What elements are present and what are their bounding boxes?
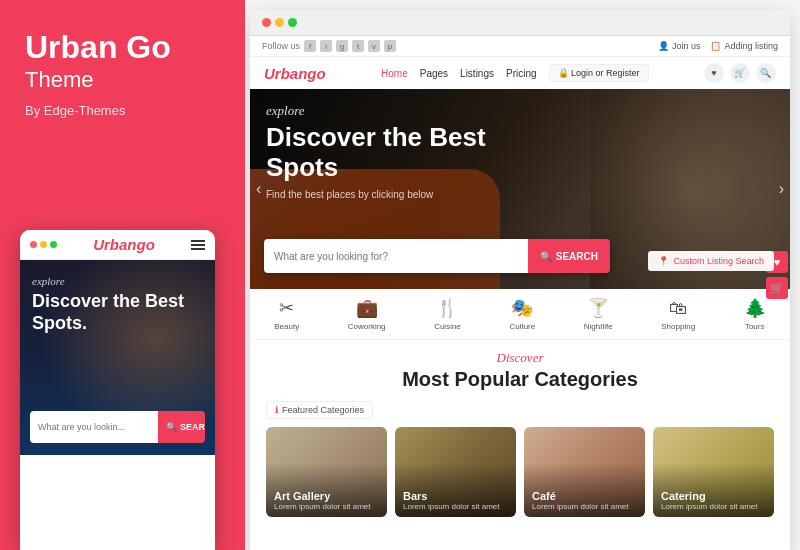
nav-link-listings[interactable]: Listings bbox=[460, 68, 494, 79]
browser-content: Follow us f i g t v p 👤 Join us 📋 Addin bbox=[250, 36, 790, 550]
hero-search-input[interactable] bbox=[264, 239, 528, 273]
adding-listing[interactable]: 📋 Adding listing bbox=[710, 41, 778, 51]
follow-us: Follow us f i g t v p bbox=[262, 40, 396, 52]
login-label: Login or Register bbox=[571, 68, 640, 78]
mobile-dot-red bbox=[30, 241, 37, 248]
instagram-icon[interactable]: i bbox=[320, 40, 332, 52]
bars-info: Bars Lorem ipsum dolor sit amet bbox=[403, 490, 508, 511]
hero-search-button[interactable]: 🔍 SEARCH bbox=[528, 239, 610, 273]
coworking-label: Coworking bbox=[348, 322, 386, 331]
category-shopping[interactable]: 🛍 Shopping bbox=[661, 298, 695, 331]
cart-icon-btn[interactable]: 🛒 bbox=[730, 63, 750, 83]
category-card-catering[interactable]: Catering Lorem ipsum dolor sit amet bbox=[653, 427, 774, 517]
culture-icon: 🎭 bbox=[511, 297, 533, 319]
hero-search-bar: 🔍 SEARCH bbox=[264, 239, 610, 273]
categories-grid: Art Gallery Lorem ipsum dolor sit amet B… bbox=[266, 427, 774, 517]
mobile-search-icon: 🔍 bbox=[166, 422, 177, 432]
search-nav-icon-btn[interactable]: 🔍 bbox=[756, 63, 776, 83]
category-nightlife[interactable]: 🍸 Nightlife bbox=[584, 297, 613, 331]
nav-link-pages[interactable]: Pages bbox=[420, 68, 448, 79]
twitter-icon[interactable]: t bbox=[352, 40, 364, 52]
art-gallery-name: Art Gallery bbox=[274, 490, 379, 502]
mobile-mockup: Urbango explore Discover the Best Spots.… bbox=[20, 230, 215, 550]
section-header-row: ℹ Featured Categories bbox=[266, 401, 774, 419]
vimeo-icon[interactable]: v bbox=[368, 40, 380, 52]
hero-section: explore Discover the Best Spots Find the… bbox=[250, 89, 790, 289]
cafe-info: Café Lorem ipsum dolor sit amet bbox=[532, 490, 637, 511]
heart-icon-btn[interactable]: ♥ bbox=[704, 63, 724, 83]
mobile-explore-script: explore bbox=[32, 275, 203, 287]
category-card-cafe[interactable]: Café Lorem ipsum dolor sit amet bbox=[524, 427, 645, 517]
browser-window: Follow us f i g t v p 👤 Join us 📋 Addin bbox=[250, 10, 790, 550]
brand-subtitle: Theme bbox=[25, 67, 220, 93]
mobile-dot-yellow bbox=[40, 241, 47, 248]
custom-listing-button[interactable]: 📍 Custom Listing Search bbox=[648, 251, 774, 271]
culture-label: Culture bbox=[509, 322, 535, 331]
category-card-bars[interactable]: Bars Lorem ipsum dolor sit amet bbox=[395, 427, 516, 517]
header-right: 👤 Join us 📋 Adding listing bbox=[658, 41, 778, 51]
site-header: Follow us f i g t v p 👤 Join us 📋 Addin bbox=[250, 36, 790, 57]
cafe-name: Café bbox=[532, 490, 637, 502]
hero-subtitle: Find the best places by clicking below bbox=[266, 189, 774, 200]
by-text: By Edge-Themes bbox=[25, 103, 220, 118]
mobile-hero-title: Discover the Best Spots. bbox=[32, 291, 203, 334]
category-beauty[interactable]: ✂ Beauty bbox=[274, 297, 299, 331]
join-us-label: Join us bbox=[672, 41, 701, 51]
join-us[interactable]: 👤 Join us bbox=[658, 41, 701, 51]
pinterest-icon[interactable]: p bbox=[384, 40, 396, 52]
nightlife-icon: 🍸 bbox=[587, 297, 609, 319]
cuisine-label: Cuisine bbox=[434, 322, 461, 331]
hero-next-arrow[interactable]: › bbox=[779, 180, 784, 198]
browser-dot-red bbox=[262, 18, 271, 27]
art-gallery-desc: Lorem ipsum dolor sit amet bbox=[274, 502, 379, 511]
nav-links: Home Pages Listings Pricing 🔒 Login or R… bbox=[381, 64, 649, 82]
mobile-search-label: SEARCH bbox=[180, 422, 205, 432]
browser-dot-yellow bbox=[275, 18, 284, 27]
mobile-search-input[interactable] bbox=[30, 411, 158, 443]
mobile-search-bar: 🔍 SEARCH bbox=[30, 411, 205, 443]
coworking-icon: 💼 bbox=[356, 297, 378, 319]
featured-badge[interactable]: ℹ Featured Categories bbox=[266, 401, 373, 419]
hero-search-icon: 🔍 bbox=[540, 251, 552, 262]
tours-label: Tours bbox=[745, 322, 765, 331]
login-button[interactable]: 🔒 Login or Register bbox=[549, 64, 649, 82]
catering-info: Catering Lorem ipsum dolor sit amet bbox=[661, 490, 766, 511]
featured-label: Featured Categories bbox=[282, 405, 364, 415]
mobile-search-button[interactable]: 🔍 SEARCH bbox=[158, 411, 205, 443]
google-plus-icon[interactable]: g bbox=[336, 40, 348, 52]
mobile-top-bar: Urbango bbox=[20, 230, 215, 260]
mobile-hamburger[interactable] bbox=[191, 240, 205, 250]
category-culture[interactable]: 🎭 Culture bbox=[509, 297, 535, 331]
lock-icon: 🔒 bbox=[558, 68, 569, 78]
category-coworking[interactable]: 💼 Coworking bbox=[348, 297, 386, 331]
nav-link-pricing[interactable]: Pricing bbox=[506, 68, 537, 79]
hero-prev-arrow[interactable]: ‹ bbox=[256, 180, 261, 198]
bars-name: Bars bbox=[403, 490, 508, 502]
sidebar-red-btn-2[interactable]: 🛒 bbox=[766, 277, 788, 299]
beauty-icon: ✂ bbox=[279, 297, 294, 319]
nav-link-home[interactable]: Home bbox=[381, 68, 408, 79]
hero-explore-script: explore bbox=[266, 103, 774, 119]
hero-title: Discover the Best Spots bbox=[266, 123, 546, 183]
nav-bar: Urbango Home Pages Listings Pricing 🔒 Lo… bbox=[250, 57, 790, 89]
category-card-art-gallery[interactable]: Art Gallery Lorem ipsum dolor sit amet bbox=[266, 427, 387, 517]
category-tours[interactable]: 🌲 Tours bbox=[744, 297, 766, 331]
adding-listing-label: Adding listing bbox=[724, 41, 778, 51]
tours-icon: 🌲 bbox=[744, 297, 766, 319]
category-cuisine[interactable]: 🍴 Cuisine bbox=[434, 297, 461, 331]
catering-desc: Lorem ipsum dolor sit amet bbox=[661, 502, 766, 511]
info-icon: ℹ bbox=[275, 405, 278, 415]
art-gallery-info: Art Gallery Lorem ipsum dolor sit amet bbox=[274, 490, 379, 511]
logo-text: Urban bbox=[264, 65, 307, 82]
cuisine-icon: 🍴 bbox=[436, 297, 458, 319]
mobile-logo-script: go bbox=[137, 236, 155, 253]
bars-desc: Lorem ipsum dolor sit amet bbox=[403, 502, 508, 511]
site-logo: Urbango bbox=[264, 65, 326, 82]
facebook-icon[interactable]: f bbox=[304, 40, 316, 52]
category-icons-row: ✂ Beauty 💼 Coworking 🍴 Cuisine 🎭 Culture… bbox=[250, 289, 790, 340]
hero-content: explore Discover the Best Spots Find the… bbox=[250, 89, 790, 214]
catering-name: Catering bbox=[661, 490, 766, 502]
nav-icon-group: ♥ 🛒 🔍 bbox=[704, 63, 776, 83]
brand-title: Urban Go bbox=[25, 30, 220, 65]
section-title: Most Popular Categories bbox=[266, 368, 774, 391]
